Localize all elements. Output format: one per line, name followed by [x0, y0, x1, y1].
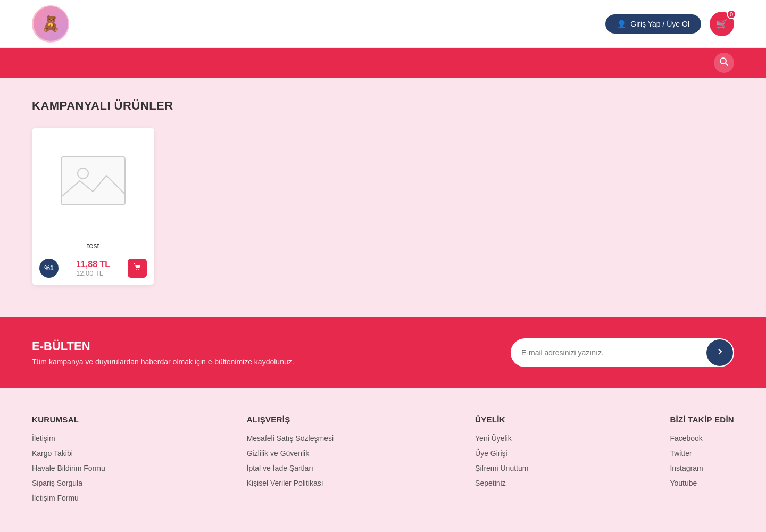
product-image-container: [32, 128, 154, 234]
footer-link[interactable]: Instagram: [670, 464, 703, 472]
svg-line-1: [726, 63, 728, 66]
newsletter-title: E-BÜLTEN: [32, 339, 294, 353]
footer-link[interactable]: İletişim Formu: [32, 494, 79, 502]
cart-add-icon: [133, 263, 141, 273]
navbar: [0, 48, 766, 78]
section-title: KAMPANYALI ÜRÜNLER: [32, 99, 734, 113]
cart-badge: 0: [727, 10, 736, 19]
newsletter-description: Tüm kampanya ve duyurulardan haberdar ol…: [32, 358, 294, 366]
footer-column-title: ÜYELİK: [475, 415, 528, 424]
footer-link[interactable]: Youtube: [670, 479, 697, 487]
footer-column: BİZİ TAKİP EDİNFacebookTwitterInstagramY…: [670, 415, 734, 508]
products-grid: test %1 11,88 TL 12,00 TL: [32, 128, 734, 285]
newsletter-text: E-BÜLTEN Tüm kampanya ve duyurulardan ha…: [32, 339, 294, 366]
footer-link[interactable]: Mesafeli Satış Sözleşmesi: [247, 434, 334, 443]
newsletter-submit-button[interactable]: [706, 339, 733, 366]
footer-link[interactable]: Sipariş Sorgula: [32, 479, 82, 487]
product-name: test: [32, 234, 154, 253]
product-footer: %1 11,88 TL 12,00 TL: [32, 253, 154, 285]
footer: KURUMSALİletişimKargo TakibiHavale Bildi…: [0, 388, 766, 524]
arrow-right-icon: [715, 347, 724, 359]
footer-column: ÜYELİKYeni ÜyelikÜye GirişiŞifremi Unutt…: [475, 415, 528, 508]
footer-link[interactable]: Kişisel Veriler Politikası: [247, 479, 323, 487]
search-button[interactable]: [714, 53, 734, 73]
footer-link[interactable]: Havale Bildirim Formu: [32, 464, 105, 472]
footer-link[interactable]: Sepetiniz: [475, 479, 506, 487]
cart-button[interactable]: 🛒 0: [710, 12, 734, 36]
login-button[interactable]: 👤 Giriş Yap / Üye Ol: [605, 14, 701, 34]
svg-point-5: [138, 269, 139, 270]
footer-link[interactable]: Gizlilik ve Güvenlik: [247, 449, 309, 458]
price-current: 11,88 TL: [76, 260, 110, 269]
user-icon: 👤: [617, 20, 626, 28]
price-container: 11,88 TL 12,00 TL: [76, 260, 110, 277]
add-to-cart-button[interactable]: [128, 259, 147, 278]
svg-point-0: [720, 58, 726, 64]
login-label: Giriş Yap / Üye Ol: [630, 20, 689, 28]
footer-link[interactable]: Facebook: [670, 434, 702, 443]
footer-column-title: BİZİ TAKİP EDİN: [670, 415, 734, 424]
discount-badge: %1: [39, 259, 59, 278]
header-actions: 👤 Giriş Yap / Üye Ol 🛒 0: [605, 12, 734, 36]
footer-link[interactable]: Twitter: [670, 449, 692, 458]
svg-rect-2: [61, 157, 125, 205]
newsletter-section: E-BÜLTEN Tüm kampanya ve duyurulardan ha…: [0, 317, 766, 388]
search-icon: [719, 57, 729, 69]
header: 🧸 👤 Giriş Yap / Üye Ol 🛒 0: [0, 0, 766, 48]
footer-link[interactable]: Şifremi Unuttum: [475, 464, 528, 472]
product-image-placeholder: [59, 146, 128, 215]
logo[interactable]: 🧸: [32, 5, 69, 43]
footer-link[interactable]: Üye Girişi: [475, 449, 507, 458]
footer-link[interactable]: Yeni Üyelik: [475, 434, 512, 443]
cart-icon: 🛒: [716, 18, 728, 30]
newsletter-form: [511, 338, 734, 367]
logo-image: 🧸: [34, 6, 68, 41]
svg-point-4: [136, 269, 137, 270]
main-content: KAMPANYALI ÜRÜNLER test %1 11,88 TL 12,0…: [0, 78, 766, 317]
footer-column: KURUMSALİletişimKargo TakibiHavale Bildi…: [32, 415, 105, 508]
footer-column: ALIŞVERİŞMesafeli Satış SözleşmesiGizlil…: [247, 415, 334, 508]
footer-link[interactable]: Kargo Takibi: [32, 449, 73, 458]
footer-link[interactable]: İletişim: [32, 434, 55, 443]
price-original: 12,00 TL: [76, 269, 103, 277]
footer-column-title: KURUMSAL: [32, 415, 105, 424]
newsletter-email-input[interactable]: [511, 341, 705, 364]
footer-column-title: ALIŞVERİŞ: [247, 415, 334, 424]
product-card: test %1 11,88 TL 12,00 TL: [32, 128, 154, 285]
footer-link[interactable]: İptal ve İade Şartları: [247, 464, 313, 472]
